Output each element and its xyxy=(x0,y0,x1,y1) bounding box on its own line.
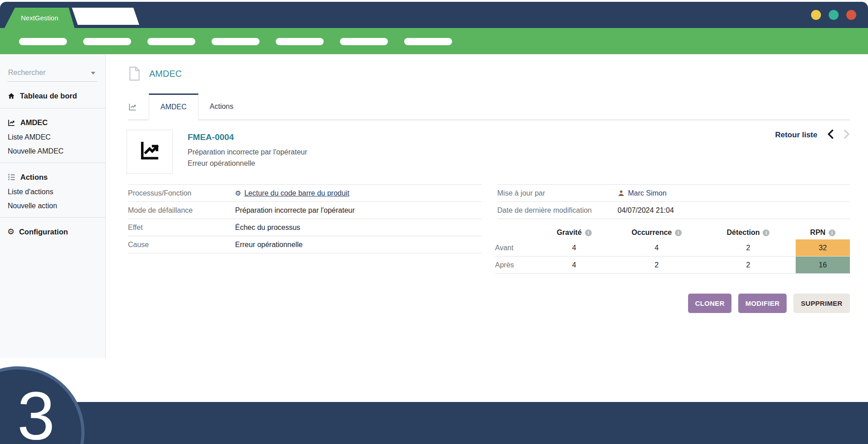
sidebar-section-actions[interactable]: Actions xyxy=(7,169,98,185)
rpn-table: Gravité Occurrence Détection RPN Avant 4… xyxy=(495,226,850,274)
brand-secondary-tab[interactable] xyxy=(72,8,139,25)
brand-tab[interactable]: NextGestion xyxy=(5,8,75,28)
record-cause: Erreur opérationnelle xyxy=(188,158,307,169)
info-icon[interactable] xyxy=(585,229,592,236)
info-icon[interactable] xyxy=(763,229,769,236)
divider xyxy=(0,108,105,108)
search-box xyxy=(7,66,97,82)
prev-record-button[interactable] xyxy=(827,129,834,140)
sidebar-section-amdec[interactable]: AMDEC xyxy=(7,115,98,130)
rpn-value-before: 32 xyxy=(796,239,850,256)
next-record-button[interactable] xyxy=(844,129,850,140)
record-details-table: Processus/Fonction ⚙ Lecture du code bar… xyxy=(128,184,481,253)
nav-pill[interactable] xyxy=(19,38,67,45)
info-icon[interactable] xyxy=(829,229,835,236)
window-dot-yellow[interactable] xyxy=(811,10,821,20)
nav-pill[interactable] xyxy=(212,38,259,45)
main-nav-bar xyxy=(0,28,868,54)
home-icon xyxy=(7,92,15,100)
action-buttons: CLONER MODIFIER SUPPRIMER xyxy=(688,294,850,313)
info-icon[interactable] xyxy=(675,229,682,236)
modify-button[interactable]: MODIFIER xyxy=(738,294,787,313)
chart-line-icon xyxy=(138,140,161,163)
nav-pill[interactable] xyxy=(83,38,131,45)
tab-actions[interactable]: Actions xyxy=(198,93,245,120)
sidebar-item-dashboard[interactable]: Tableau de bord xyxy=(7,88,98,103)
rpn-value-after: 16 xyxy=(796,257,850,273)
sidebar-item-nouvelle-amdec[interactable]: Nouvelle AMDEC xyxy=(7,144,98,158)
person-icon xyxy=(618,190,625,197)
delete-button[interactable]: SUPPRIMER xyxy=(793,294,850,313)
gear-icon: ⚙ xyxy=(7,228,14,236)
sidebar-item-liste-amdec[interactable]: Liste AMDEC xyxy=(7,130,98,144)
table-row: Mode de défaillance Préparation incorrec… xyxy=(128,202,481,219)
page-title: AMDEC xyxy=(149,69,182,79)
effect-value: Échec du processus xyxy=(235,224,300,232)
record-meta-table: Mise à jour par Marc Simon Date de derni… xyxy=(497,184,850,219)
table-row: Processus/Fonction ⚙ Lecture du code bar… xyxy=(128,184,481,202)
record-failure-mode: Préparation incorrecte par l'opérateur xyxy=(188,146,307,158)
brand-name: NextGestion xyxy=(21,14,58,22)
table-row: Date de dernière modification 04/07/2024… xyxy=(497,202,850,219)
table-row: Effet Échec du processus xyxy=(128,219,481,236)
process-function-link[interactable]: Lecture du code barre du produit xyxy=(244,189,349,197)
last-modified-value: 04/07/2024 21:04 xyxy=(618,206,674,215)
chevron-down-icon[interactable] xyxy=(91,72,95,75)
rpn-header-row: Gravité Occurrence Détection RPN xyxy=(495,226,850,239)
step-number: 3 xyxy=(17,382,55,444)
window-dot-red[interactable] xyxy=(846,10,856,20)
task-list-icon xyxy=(7,173,16,181)
tab-amdec[interactable]: AMDEC xyxy=(149,93,198,120)
record-id: FMEA-0004 xyxy=(188,132,307,142)
app-header: NextGestion xyxy=(0,2,868,28)
rpn-row-after: Après 4 2 2 16 xyxy=(495,257,850,274)
clone-button[interactable]: CLONER xyxy=(688,294,731,313)
table-row: Cause Erreur opérationnelle xyxy=(128,236,481,253)
search-input[interactable] xyxy=(7,66,97,81)
footer-band xyxy=(0,402,868,444)
chevron-left-icon xyxy=(827,129,834,140)
divider xyxy=(0,217,105,218)
back-to-list-link[interactable]: Retour liste xyxy=(775,131,817,140)
window-dot-teal[interactable] xyxy=(829,10,839,20)
sidebar-item-liste-actions[interactable]: Liste d'actions xyxy=(7,185,98,199)
nav-pill[interactable] xyxy=(147,38,195,45)
failure-mode-value: Préparation incorrecte par l'opérateur xyxy=(235,206,355,215)
nav-pill[interactable] xyxy=(276,38,324,45)
sidebar-item-label: Configuration xyxy=(19,228,68,236)
gear-icon: ⚙ xyxy=(235,189,241,197)
nav-pill[interactable] xyxy=(340,38,388,45)
sidebar-item-label: Tableau de bord xyxy=(20,92,77,100)
sidebar-item-configuration[interactable]: ⚙ Configuration xyxy=(7,224,98,239)
chart-line-icon xyxy=(7,119,16,126)
window-dots xyxy=(811,10,856,20)
step-badge: 3 xyxy=(0,366,85,444)
chart-line-icon xyxy=(128,93,149,120)
cause-value: Erreur opérationnelle xyxy=(235,241,302,249)
table-row: Mise à jour par Marc Simon xyxy=(497,184,850,202)
sidebar-item-nouvelle-action[interactable]: Nouvelle action xyxy=(7,199,98,213)
sidebar: Tableau de bord AMDEC Liste AMDEC Nouvel… xyxy=(0,54,106,358)
record-thumbnail xyxy=(127,130,173,174)
sidebar-section-label: Actions xyxy=(20,173,48,182)
tab-bar: AMDEC Actions xyxy=(128,93,850,120)
chevron-right-icon xyxy=(844,129,850,140)
document-icon xyxy=(128,66,140,81)
divider xyxy=(0,163,105,163)
nav-pill[interactable] xyxy=(404,38,452,45)
updated-by-link[interactable]: Marc Simon xyxy=(628,189,666,197)
sidebar-section-label: AMDEC xyxy=(20,118,48,127)
rpn-row-before: Avant 4 4 2 32 xyxy=(495,239,850,257)
